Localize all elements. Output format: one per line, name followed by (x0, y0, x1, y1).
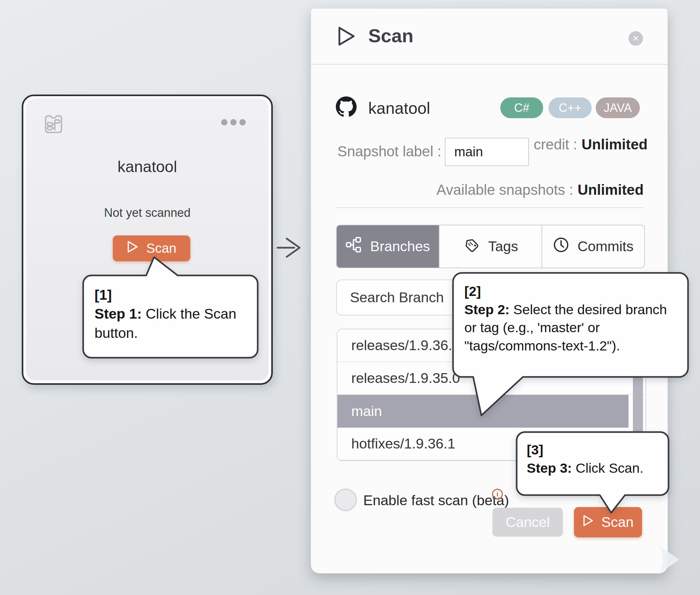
tooltip-step-3-text: [3]Step 3: Click Scan. (527, 441, 665, 477)
page: { "repo_card": { "title": "kanatool", "s… (0, 0, 700, 595)
flow-right-arrow-icon (276, 237, 301, 259)
dialog-title: Scan (368, 25, 413, 47)
tooltip-step-2: [2]Step 2: Select the desired branch or … (451, 271, 693, 419)
tooltip-step-3: [3]Step 3: Click Scan. (515, 430, 672, 515)
repo-card-title: kanatool (26, 158, 268, 176)
tab-branches-label: Branches (370, 238, 430, 255)
repo-scan-status: Not yet scanned (26, 206, 268, 220)
credit-row: credit :Unlimited (534, 136, 648, 153)
tooltip-step-number: [3] (527, 441, 665, 459)
language-badge-cpp: C++ (549, 97, 592, 118)
tooltip-step-number: [2] (464, 282, 678, 301)
close-icon[interactable]: ✕ (629, 31, 643, 46)
tab-branches[interactable]: Branches (337, 225, 439, 267)
available-snapshots-label: Available snapshots : (437, 181, 573, 198)
available-snapshots-row: Available snapshots :Unlimited (437, 181, 644, 198)
edge-chevron-icon (657, 545, 681, 576)
repository-icon (45, 115, 63, 135)
tab-commits[interactable]: Commits (542, 225, 644, 267)
clock-icon (553, 237, 569, 257)
play-icon (127, 240, 139, 257)
tag-icon (463, 236, 480, 257)
credit-value: Unlimited (582, 136, 648, 152)
card-scan-button-label: Scan (146, 241, 176, 256)
dialog-scan-button-label: Scan (602, 514, 634, 530)
tab-commits-label: Commits (578, 238, 634, 255)
tooltip-step-number: [1] (94, 285, 254, 305)
dialog-repo-name: kanatool (368, 98, 430, 118)
tooltip-step-2-text: [2]Step 2: Select the desired branch or … (464, 282, 678, 355)
fast-scan-label: Enable fast scan (beta) (363, 492, 509, 509)
available-snapshots-value: Unlimited (578, 181, 644, 198)
github-icon (336, 96, 357, 118)
tooltip-step-1-text: [1]Step 1: Click the Scan button. (94, 285, 254, 343)
branch-icon (346, 237, 362, 257)
ref-type-tabs: Branches Tags Commits (336, 225, 645, 268)
fast-scan-toggle[interactable] (334, 488, 357, 511)
language-badge-java: JAVA (596, 97, 640, 118)
language-badge-csharp: C# (500, 97, 543, 118)
section-divider (336, 207, 644, 208)
tab-tags-label: Tags (488, 238, 518, 255)
info-icon[interactable]: i (492, 489, 503, 500)
play-icon (583, 514, 594, 530)
snapshot-label-input[interactable] (445, 138, 529, 166)
snapshot-label: Snapshot label : (338, 143, 441, 160)
tooltip-step-1: [1]Step 1: Click the Scan button. (81, 255, 260, 359)
credit-label: credit : (534, 136, 577, 152)
scan-play-icon (337, 26, 356, 48)
card-menu-icon[interactable] (221, 119, 246, 125)
tab-tags[interactable]: Tags (439, 225, 542, 267)
dialog-header: Scan ✕ (311, 8, 668, 65)
